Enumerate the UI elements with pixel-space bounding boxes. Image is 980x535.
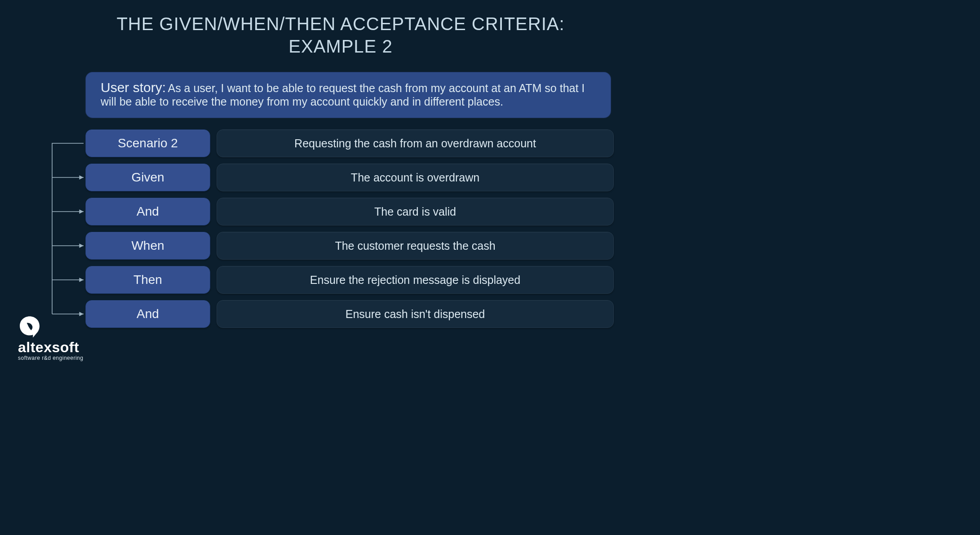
slide-stage: THE GIVEN/WHEN/THEN ACCEPTANCE CRITERIA:… <box>0 0 681 372</box>
description-pill: Ensure cash isn't dispensed <box>217 300 614 328</box>
keyword-pill-scenario: Scenario 2 <box>85 129 210 157</box>
criteria-row: Then Ensure the rejection message is dis… <box>85 266 614 294</box>
user-story-box: User story: As a user, I want to be able… <box>85 72 611 118</box>
title-line-1: THE GIVEN/WHEN/THEN ACCEPTANCE CRITERIA: <box>116 14 564 34</box>
criteria-row: When The customer requests the cash <box>85 232 614 260</box>
slide-title: THE GIVEN/WHEN/THEN ACCEPTANCE CRITERIA:… <box>0 13 681 57</box>
criteria-row: And Ensure cash isn't dispensed <box>85 300 614 328</box>
criteria-row: And The card is valid <box>85 198 614 225</box>
keyword-pill-then: Then <box>85 266 210 294</box>
keyword-pill-given: Given <box>85 164 210 191</box>
user-story-label: User story: <box>101 80 166 95</box>
description-pill: The customer requests the cash <box>217 232 614 260</box>
user-story-text: As a user, I want to be able to request … <box>101 82 585 108</box>
criteria-row: Scenario 2 Requesting the cash from an o… <box>85 129 614 157</box>
description-pill: The card is valid <box>217 198 614 225</box>
description-pill: Ensure the rejection message is displaye… <box>217 266 614 294</box>
brand-name: altexsoft <box>18 339 83 356</box>
description-pill: Requesting the cash from an overdrawn ac… <box>217 129 614 157</box>
connector-lines <box>49 129 85 336</box>
criteria-rows: Scenario 2 Requesting the cash from an o… <box>85 129 614 334</box>
keyword-pill-and: And <box>85 300 210 328</box>
criteria-row: Given The account is overdrawn <box>85 164 614 191</box>
title-line-2: EXAMPLE 2 <box>288 36 392 56</box>
keyword-pill-and: And <box>85 198 210 225</box>
description-pill: The account is overdrawn <box>217 164 614 191</box>
brand-tagline: software r&d engineering <box>18 355 83 361</box>
brand-logo: altexsoft software r&d engineering <box>18 315 83 361</box>
logo-mark-icon <box>18 315 41 338</box>
keyword-pill-when: When <box>85 232 210 260</box>
